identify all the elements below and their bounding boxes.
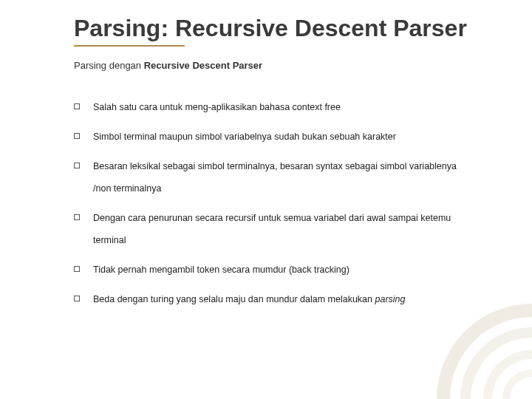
slide: Parsing: Recursive Descent Parser Parsin…: [0, 0, 532, 399]
svg-point-0: [443, 310, 532, 399]
bullet-text: Salah satu cara untuk meng-aplikasikan b…: [93, 102, 341, 112]
bullet-text: Simbol terminal maupun simbol variabelny…: [93, 132, 396, 142]
svg-point-1: [466, 332, 532, 399]
bullet-box-icon: [74, 296, 80, 301]
slide-title: Parsing: Recursive Descent Parser: [74, 15, 473, 42]
title-underline: [74, 45, 185, 47]
list-item: Beda dengan turing yang selalu maju dan …: [74, 288, 473, 310]
subtitle-prefix: Parsing dengan: [74, 60, 144, 71]
list-item: Dengan cara penurunan secara recursif un…: [74, 207, 473, 251]
bullet-box-icon: [74, 103, 80, 109]
slide-subtitle: Parsing dengan Recursive Descent Parser: [74, 60, 473, 71]
bullet-text: Besaran leksikal sebagai simbol terminal…: [93, 161, 457, 194]
bullet-text: Beda dengan turing yang selalu maju dan …: [93, 294, 375, 304]
bullet-italic: parsing: [375, 294, 406, 304]
bullet-list: Salah satu cara untuk meng-aplikasikan b…: [74, 96, 473, 310]
list-item: Besaran leksikal sebagai simbol terminal…: [74, 155, 473, 200]
bullet-box-icon: [74, 214, 80, 220]
bullet-box-icon: [74, 133, 80, 139]
list-item: Salah satu cara untuk meng-aplikasikan b…: [74, 96, 473, 118]
svg-point-2: [488, 355, 532, 399]
svg-point-3: [506, 373, 532, 399]
bullet-box-icon: [74, 163, 80, 168]
bullet-box-icon: [74, 266, 80, 272]
list-item: Tidak pernah mengambil token secara mumd…: [74, 259, 473, 281]
bullet-text: Tidak pernah mengambil token secara mumd…: [93, 265, 349, 275]
bullet-text: Dengan cara penurunan secara recursif un…: [93, 213, 451, 245]
subtitle-emphasis: Recursive Descent Parser: [144, 60, 262, 71]
list-item: Simbol terminal maupun simbol variabelny…: [74, 126, 473, 148]
